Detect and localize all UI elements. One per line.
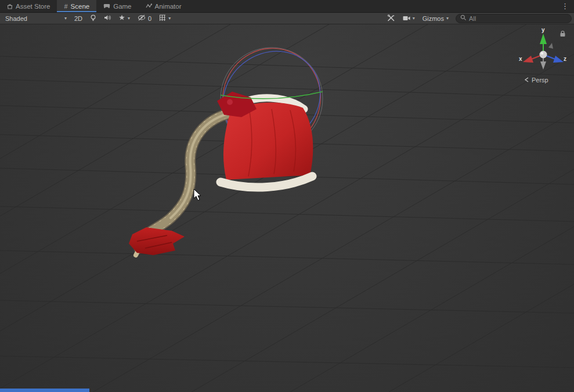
scene-search-field[interactable]	[456, 14, 572, 23]
axis-y-label[interactable]: y	[541, 27, 545, 33]
persp-icon	[524, 77, 529, 84]
tab-label: Asset Store	[16, 3, 50, 10]
eye-hidden-icon	[138, 14, 146, 22]
hidden-objects-button[interactable]: 0	[135, 14, 154, 23]
speaker-icon	[104, 14, 111, 22]
projection-toggle[interactable]: Persp	[524, 77, 548, 84]
tab-label: Scene	[71, 3, 90, 10]
toolbar-right-group: ▾ Gizmos ▾	[384, 14, 572, 23]
draw-mode-label: Shaded	[5, 15, 27, 22]
chevron-down-icon: ▾	[128, 16, 130, 21]
grid-visibility-dropdown[interactable]: ▾	[156, 14, 174, 23]
tab-label: Animator	[155, 3, 182, 10]
hidden-count-label: 0	[148, 15, 151, 22]
camera-settings-dropdown[interactable]: ▾	[400, 14, 418, 23]
santa-hat-model	[217, 92, 313, 187]
editor-tab-bar: Asset Store # Scene Game Animator ⋮	[0, 0, 574, 13]
gizmos-dropdown[interactable]: Gizmos ▾	[420, 14, 452, 23]
scene-content	[0, 24, 574, 392]
chevron-down-icon: ▾	[446, 16, 449, 21]
search-icon	[460, 14, 467, 22]
effects-icon	[118, 14, 125, 22]
scene-view-toolbar: Shaded ▾ 2D ▾ 0 ▾	[0, 13, 574, 24]
tab-game[interactable]: Game	[96, 0, 138, 12]
gizmos-label: Gizmos	[423, 15, 444, 22]
tab-label: Game	[113, 3, 131, 10]
camera-icon	[403, 15, 410, 22]
lightbulb-icon	[90, 14, 96, 23]
effects-dropdown-button[interactable]: ▾	[115, 14, 133, 23]
scene-audio-button[interactable]	[101, 14, 114, 23]
chevron-down-icon: ▾	[168, 16, 171, 21]
draw-mode-dropdown[interactable]: Shaded ▾	[2, 14, 70, 23]
search-input[interactable]	[469, 15, 567, 22]
axis-x-label[interactable]: x	[519, 56, 522, 62]
asset-store-icon	[7, 3, 13, 9]
chevron-down-icon: ▾	[64, 16, 67, 21]
component-tools-button[interactable]	[384, 14, 398, 23]
toggle-2d-button[interactable]: 2D	[71, 14, 85, 23]
tab-asset-store[interactable]: Asset Store	[0, 0, 57, 12]
scene-icon: #	[64, 3, 67, 10]
animator-icon	[146, 3, 152, 9]
tools-icon	[387, 14, 395, 23]
projection-label: Persp	[532, 77, 548, 84]
more-options-icon[interactable]: ⋮	[556, 0, 574, 12]
tab-animator[interactable]: Animator	[139, 0, 189, 12]
scene-viewport[interactable]: y x z Persp	[0, 24, 574, 392]
lock-icon[interactable]	[559, 29, 566, 39]
cloth-model	[129, 227, 185, 255]
toggle-2d-label: 2D	[74, 15, 82, 22]
scene-lighting-button[interactable]	[87, 14, 99, 23]
chevron-down-icon: ▾	[413, 16, 415, 21]
mouse-cursor	[194, 189, 201, 201]
game-icon	[103, 3, 110, 9]
grid-icon	[159, 14, 166, 23]
tab-scene[interactable]: # Scene	[57, 0, 96, 12]
axis-z-label[interactable]: z	[564, 56, 566, 62]
horizontal-scrollbar[interactable]	[0, 389, 89, 392]
